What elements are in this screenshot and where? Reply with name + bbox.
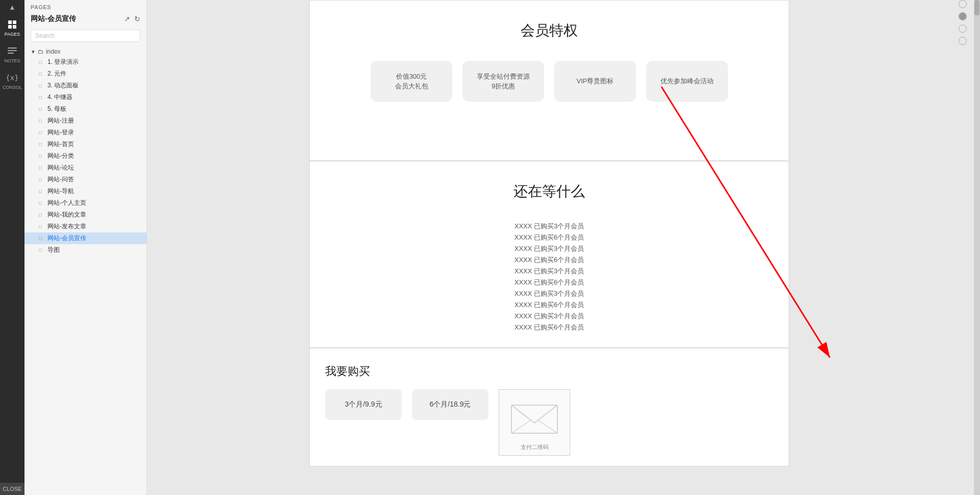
scrollbar[interactable] xyxy=(974,0,980,495)
tree-item[interactable]: □1. 登录演示 xyxy=(24,56,146,68)
page-icon: □ xyxy=(39,235,45,241)
page-icon: □ xyxy=(39,212,45,218)
sidebar-section-label: PAGES xyxy=(24,0,146,12)
scrollbar-thumb xyxy=(974,0,979,15)
list-item: XXXX 已购买3个月会员 xyxy=(514,312,584,321)
page-icon: □ xyxy=(39,153,45,159)
list-item: XXXX 已购买6个月会员 xyxy=(514,233,584,242)
tree-item[interactable]: □网站-导航 xyxy=(24,185,146,197)
svg-rect-4 xyxy=(8,48,17,49)
sidebar-title: 网站-会员宣传 xyxy=(31,14,76,23)
page-icon: □ xyxy=(39,59,45,65)
page-tree: ▼ 🗀 index □1. 登录演示□2. 元件□3. 动态面板□4. 中继器□… xyxy=(24,46,146,495)
perk-card-1: 价值300元 会员大礼包 xyxy=(371,61,452,102)
page-icon: □ xyxy=(39,142,45,147)
svg-rect-2 xyxy=(8,25,12,29)
svg-rect-3 xyxy=(13,25,16,29)
buy-title: 我要购买 xyxy=(325,364,773,379)
tree-item[interactable]: □3. 动态面板 xyxy=(24,80,146,91)
tree-item[interactable]: □网站-会员宣传 xyxy=(24,232,146,244)
page-icon: □ xyxy=(39,200,45,206)
tree-item[interactable]: □5. 母板 xyxy=(24,103,146,115)
dot-indicator[interactable] xyxy=(959,25,967,33)
page-icon: □ xyxy=(39,188,45,194)
console-label: CONSOL xyxy=(3,85,22,90)
perk-card-3: VIP尊贵图标 xyxy=(554,61,636,102)
section-waiting: 还在等什么 XXXX 已购买3个月会员XXXX 已购买6个月会员XXXX 已购买… xyxy=(309,161,789,348)
folder-icon: 🗀 xyxy=(38,48,44,55)
svg-rect-6 xyxy=(8,53,14,54)
envelope-icon xyxy=(509,395,560,438)
tree-item[interactable]: □网站-分类 xyxy=(24,150,146,162)
left-toolbar: ▲ PAGES NOTES {x} CONSOL CLOSE xyxy=(0,0,24,495)
chevron-down-icon: ▼ xyxy=(31,49,36,55)
main-area: 会员特权 价值300元 会员大礼包 享受全站付费资源 9折优惠 VIP尊贵图标 … xyxy=(147,0,974,495)
search-input[interactable]: Search xyxy=(31,30,140,42)
page-icon: □ xyxy=(39,71,45,77)
close-button[interactable]: CLOSE xyxy=(0,483,24,495)
list-item: XXXX 已购买6个月会员 xyxy=(514,255,584,265)
page-icon: □ xyxy=(39,177,45,182)
list-item: XXXX 已购买3个月会员 xyxy=(514,222,584,231)
section2-title: 还在等什么 xyxy=(513,182,585,201)
buy-option-2[interactable]: 6个月/18.9元 xyxy=(412,389,488,420)
sidebar-title-icons: ↗ ↻ xyxy=(124,15,140,23)
list-item: XXXX 已购买6个月会员 xyxy=(514,323,584,332)
canvas-wrapper: 会员特权 价值300元 会员大礼包 享受全站付费资源 9折优惠 VIP尊贵图标 … xyxy=(309,0,789,466)
dot-indicator[interactable] xyxy=(959,37,967,45)
svg-rect-1 xyxy=(13,20,16,24)
tree-item[interactable]: □网站-首页 xyxy=(24,138,146,150)
toolbar-notes[interactable]: NOTES xyxy=(0,41,24,67)
sidebar: PAGES 网站-会员宣传 ↗ ↻ Search ▼ 🗀 index □1. 登… xyxy=(24,0,147,495)
tree-item[interactable]: □网站-登录 xyxy=(24,127,146,138)
list-item: XXXX 已购买6个月会员 xyxy=(514,278,584,287)
tree-item[interactable]: □2. 元件 xyxy=(24,68,146,80)
toolbar-pages[interactable]: PAGES xyxy=(0,14,24,41)
tree-item[interactable]: □4. 中继器 xyxy=(24,91,146,103)
page-icon: □ xyxy=(39,106,45,112)
perk-card-2: 享受全站付费资源 9折优惠 xyxy=(462,61,544,102)
pages-icon xyxy=(6,18,18,31)
export-icon[interactable]: ↗ xyxy=(124,15,130,23)
console-icon: {x} xyxy=(6,72,18,84)
dot-indicator[interactable] xyxy=(959,0,967,8)
buy-row: 3个月/9.9元 6个月/18.9元 支 xyxy=(325,389,773,456)
notes-label: NOTES xyxy=(4,58,20,63)
list-item: XXXX 已购买3个月会员 xyxy=(514,289,584,298)
perk-card-4: 优先参加峰会活动 xyxy=(646,61,728,102)
svg-line-8 xyxy=(511,420,530,433)
list-item: XXXX 已购买3个月会员 xyxy=(514,267,584,276)
section-buy: 我要购买 3个月/9.9元 6个月/18.9元 xyxy=(309,348,789,466)
tree-item[interactable]: □网站-我的文章 xyxy=(24,209,146,221)
dot-indicator[interactable] xyxy=(959,12,967,20)
tree-item[interactable]: □网站-注册 xyxy=(24,115,146,127)
sidebar-title-row: 网站-会员宣传 ↗ ↻ xyxy=(24,12,146,28)
perks-row: 价值300元 会员大礼包 享受全站付费资源 9折优惠 VIP尊贵图标 优先参加峰… xyxy=(371,61,728,102)
tree-items-container: □1. 登录演示□2. 元件□3. 动态面板□4. 中继器□5. 母板□网站-注… xyxy=(24,56,146,256)
buy-option-1[interactable]: 3个月/9.9元 xyxy=(325,389,402,420)
section1-title: 会员特权 xyxy=(521,21,578,40)
page-icon: □ xyxy=(39,118,45,124)
toolbar-console[interactable]: {x} CONSOL xyxy=(0,67,24,94)
tree-item[interactable]: □导图 xyxy=(24,244,146,256)
notes-icon xyxy=(6,45,18,57)
list-item: XXXX 已购买3个月会员 xyxy=(514,244,584,253)
tree-item[interactable]: □网站-问答 xyxy=(24,174,146,185)
qr-box: 支付二维码 xyxy=(499,389,570,456)
section-perks: 会员特权 价值300元 会员大礼包 享受全站付费资源 9折优惠 VIP尊贵图标 … xyxy=(309,0,789,161)
page-icon: □ xyxy=(39,95,45,100)
tree-item[interactable]: □网站-论坛 xyxy=(24,162,146,174)
page-icon: □ xyxy=(39,165,45,171)
qr-label: 支付二维码 xyxy=(521,443,549,451)
svg-rect-0 xyxy=(8,20,12,24)
list-item: XXXX 已购买6个月会员 xyxy=(514,300,584,310)
toolbar-bottom: CLOSE xyxy=(0,483,24,495)
tree-item[interactable]: □网站-个人主页 xyxy=(24,197,146,209)
svg-rect-5 xyxy=(8,50,17,51)
share-icon[interactable]: ↻ xyxy=(134,15,140,23)
svg-line-9 xyxy=(538,420,557,433)
tree-root[interactable]: ▼ 🗀 index xyxy=(24,46,146,56)
toolbar-chevron[interactable]: ▲ xyxy=(0,0,24,14)
page-icon: □ xyxy=(39,247,45,253)
tree-item[interactable]: □网站-发布文章 xyxy=(24,221,146,232)
